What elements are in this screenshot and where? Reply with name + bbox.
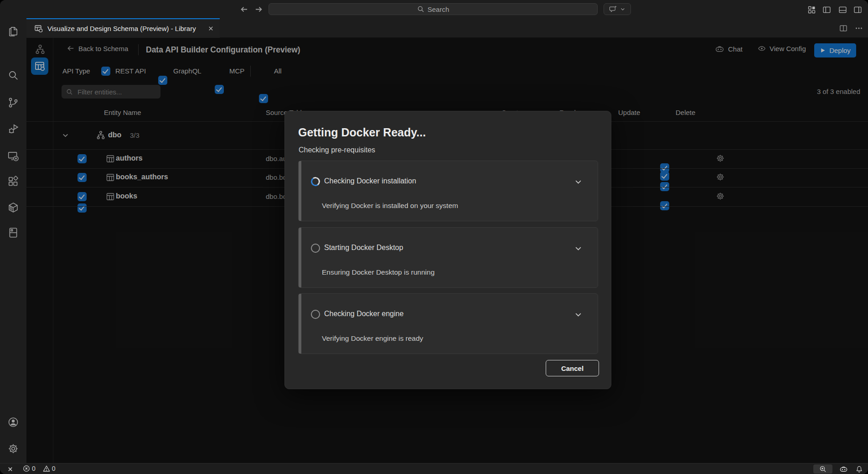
step-card-docker-desktop[interactable]: Starting Docker Desktop Ensuring Docker … [298, 227, 598, 288]
getting-docker-ready-dialog: Getting Docker Ready... Checking pre-req… [284, 111, 611, 389]
chevron-down-icon[interactable] [574, 244, 583, 253]
customize-layout-icon[interactable] [806, 4, 817, 15]
split-editor-icon[interactable] [838, 23, 849, 34]
tab-title: Visualize and Design Schema (Preview) - … [47, 25, 196, 32]
step-label: Checking Docker engine [324, 310, 403, 318]
containers-icon[interactable] [7, 202, 19, 214]
account-icon[interactable] [7, 416, 19, 428]
search-sidebar-icon[interactable] [7, 69, 19, 81]
step-card-docker-engine[interactable]: Checking Docker engine Verifying Docker … [298, 293, 598, 354]
tab-close-icon[interactable] [207, 25, 214, 32]
schema-designer-tab-icon [34, 24, 43, 33]
extensions-icon[interactable] [7, 176, 19, 188]
spinner-icon [310, 176, 320, 187]
cancel-button[interactable]: Cancel [546, 360, 599, 376]
step-description: Verifying Docker engine is ready [322, 334, 423, 343]
editor-tab-bar: Visualize and Design Schema (Preview) - … [26, 18, 868, 38]
dialog-title: Getting Docker Ready... [298, 126, 426, 139]
step-label: Checking Docker installation [324, 177, 416, 185]
vscode-window: Search Visualize and Design [0, 0, 868, 474]
chevron-down-icon [620, 6, 625, 12]
copilot-menu-button[interactable] [604, 3, 631, 15]
warning-icon [43, 465, 50, 472]
notifications-bell-icon[interactable] [853, 464, 864, 474]
sql-server-icon[interactable] [7, 227, 19, 239]
run-debug-icon[interactable] [7, 123, 19, 135]
tab-visualize-design-schema[interactable]: Visualize and Design Schema (Preview) - … [26, 18, 220, 38]
activity-bar [0, 18, 26, 463]
chevron-down-icon[interactable] [574, 310, 583, 319]
step-description: Verifying Docker is installed on your sy… [322, 202, 458, 210]
settings-gear-icon[interactable] [7, 443, 19, 454]
command-center-search[interactable]: Search [269, 3, 598, 15]
toggle-secondary-sidebar-icon[interactable] [852, 4, 863, 15]
nav-back-icon[interactable] [238, 4, 249, 15]
zoom-indicator-icon[interactable] [813, 464, 832, 474]
remote-indicator-icon[interactable] [5, 465, 15, 473]
error-icon [23, 465, 30, 472]
dialog-subtitle: Checking pre-requisites [299, 146, 375, 154]
remote-explorer-icon[interactable] [7, 150, 19, 162]
copilot-chat-icon [609, 5, 617, 13]
explorer-icon[interactable] [7, 25, 19, 37]
step-label: Starting Docker Desktop [324, 244, 403, 252]
search-icon [417, 5, 424, 13]
pending-circle-icon [311, 244, 320, 253]
problems-indicator[interactable]: 0 0 [23, 465, 56, 472]
copilot-status-icon[interactable] [838, 464, 849, 474]
source-control-icon[interactable] [7, 97, 19, 109]
warning-count: 0 [52, 465, 56, 472]
toggle-primary-sidebar-icon[interactable] [821, 4, 832, 15]
pending-circle-icon [311, 310, 320, 319]
title-bar: Search [0, 0, 868, 18]
status-bar: 0 0 [0, 463, 868, 474]
toggle-panel-icon[interactable] [837, 4, 848, 15]
cancel-label: Cancel [561, 365, 584, 372]
step-description: Ensuring Docker Desktop is running [322, 268, 434, 276]
nav-forward-icon[interactable] [253, 4, 264, 15]
chevron-down-icon[interactable] [574, 177, 583, 186]
more-actions-icon[interactable] [853, 23, 864, 34]
step-card-docker-installation[interactable]: Checking Docker installation Verifying D… [298, 161, 598, 221]
search-label: Search [428, 5, 450, 13]
error-count: 0 [32, 465, 36, 472]
